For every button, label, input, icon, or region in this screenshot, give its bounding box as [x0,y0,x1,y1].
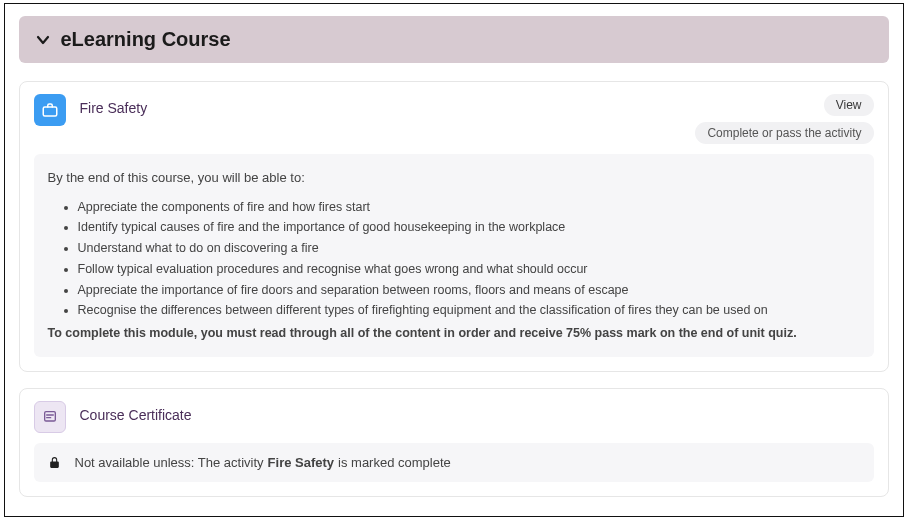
completion-status-badge: Complete or pass the activity [695,122,873,144]
activity-description: By the end of this course, you will be a… [34,154,874,357]
list-item: Recognise the differences between differ… [78,301,860,320]
section-title: eLearning Course [61,28,231,51]
view-button[interactable]: View [824,94,874,116]
activity-title-link[interactable]: Fire Safety [80,100,148,116]
svg-rect-1 [44,411,55,420]
restriction-notice: Not available unless: The activity Fire … [34,443,874,482]
chevron-down-icon [35,32,51,48]
lock-icon [48,456,61,469]
activity-header: Course Certificate [20,389,888,443]
svg-rect-0 [43,107,57,116]
description-intro: By the end of this course, you will be a… [48,168,860,188]
restriction-activity-ref: Fire Safety [268,455,334,470]
activity-header: Fire Safety View Complete or pass the ac… [20,82,888,154]
course-section-container: eLearning Course Fire Safety View Comple… [4,3,904,517]
section-header[interactable]: eLearning Course [19,16,889,63]
activity-header-actions: View Complete or pass the activity [695,94,873,144]
restriction-suffix: is marked complete [338,455,451,470]
activity-card-fire-safety: Fire Safety View Complete or pass the ac… [19,81,889,372]
list-item: Appreciate the components of fire and ho… [78,198,860,217]
learning-objectives-list: Appreciate the components of fire and ho… [78,198,860,321]
certificate-icon [34,401,66,433]
activity-title-link[interactable]: Course Certificate [80,407,192,423]
list-item: Appreciate the importance of fire doors … [78,281,860,300]
restriction-prefix: Not available unless: The activity [75,455,264,470]
list-item: Identify typical causes of fire and the … [78,218,860,237]
list-item: Follow typical evaluation procedures and… [78,260,860,279]
briefcase-icon [34,94,66,126]
activity-card-certificate: Course Certificate Not available unless:… [19,388,889,497]
list-item: Understand what to do on discovering a f… [78,239,860,258]
completion-note: To complete this module, you must read t… [48,324,860,343]
